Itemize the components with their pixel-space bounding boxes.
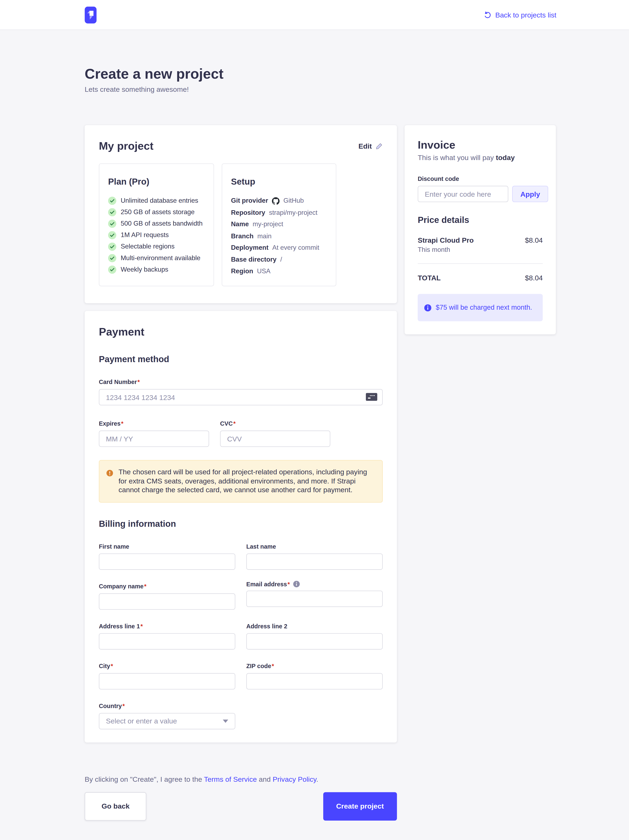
edit-label: Edit <box>358 142 372 150</box>
address1-field: Address line 1 <box>99 621 235 649</box>
my-project-card: My project Edit Plan (Pro) Unlimi <box>85 125 397 303</box>
city-input[interactable] <box>99 673 235 689</box>
back-to-projects-link[interactable]: Back to projects list <box>484 11 556 19</box>
warning-icon <box>107 469 113 478</box>
invoice-title: Invoice <box>418 138 543 151</box>
zip-code-label: ZIP code <box>246 662 274 669</box>
strapi-cloud-logo[interactable] <box>85 6 97 23</box>
setup-box: Setup Git provider GitHub <box>222 163 336 286</box>
payment-title: Payment <box>99 325 383 338</box>
setup-title: Setup <box>231 177 327 187</box>
invoice-card: Invoice This is what you will pay today … <box>405 125 556 334</box>
discount-code-label: Discount code <box>418 175 543 183</box>
plan-box: Plan (Pro) Unlimited database entries 25… <box>99 163 214 286</box>
expires-field: Expires <box>99 418 209 447</box>
first-name-input[interactable] <box>99 553 235 570</box>
city-field: City <box>99 660 235 689</box>
price-item-name: Strapi Cloud Pro <box>418 236 474 245</box>
github-icon <box>272 197 279 205</box>
back-link-label: Back to projects list <box>495 11 556 19</box>
country-field: Country Select or enter a value <box>99 700 235 729</box>
country-select[interactable]: Select or enter a value <box>99 713 235 729</box>
cvc-field: CVC <box>220 418 330 447</box>
setup-row-git-provider: Git provider GitHub <box>231 195 327 207</box>
privacy-policy-link[interactable]: Privacy Policy <box>273 775 316 783</box>
page: Back to projects list Create a new proje… <box>0 0 629 840</box>
price-details-title: Price details <box>418 215 543 225</box>
email-input[interactable] <box>246 590 383 607</box>
main-content: Create a new project Lets create somethi… <box>0 66 556 820</box>
invoice-subtitle: This is what you will pay today <box>418 153 543 162</box>
company-name-label: Company name <box>99 583 147 590</box>
last-name-label: Last name <box>246 543 276 550</box>
card-number-field: Card Number <box>99 376 383 406</box>
page-subtitle: Lets create something awesome! <box>85 85 556 94</box>
price-divider <box>418 263 543 264</box>
card-number-input[interactable] <box>99 389 383 406</box>
address2-input[interactable] <box>246 633 383 649</box>
chevron-down-icon <box>223 719 228 723</box>
go-back-button[interactable]: Go back <box>85 792 147 820</box>
check-icon <box>108 265 116 274</box>
price-item-period: This month <box>418 246 474 254</box>
city-label: City <box>99 662 113 669</box>
next-month-note: $75 will be charged next month. <box>418 294 543 321</box>
address1-input[interactable] <box>99 633 235 649</box>
check-icon <box>108 219 116 228</box>
check-icon <box>108 254 116 262</box>
info-icon <box>424 304 431 311</box>
plan-feature: 500 GB of assets bandwidth <box>108 218 205 229</box>
first-name-label: First name <box>99 543 129 550</box>
strapi-logo-icon <box>85 6 97 23</box>
discount-code-input[interactable] <box>418 186 508 202</box>
address2-label: Address line 2 <box>246 622 287 630</box>
address2-field: Address line 2 <box>246 621 383 649</box>
total-amount: $8.04 <box>525 274 543 282</box>
expires-label: Expires <box>99 420 123 427</box>
my-project-title: My project <box>99 139 153 152</box>
zip-code-input[interactable] <box>246 673 383 689</box>
price-item-amount: $8.04 <box>525 236 543 254</box>
email-field: Email address <box>246 581 383 609</box>
setup-row-repository: Repository strapi/my-project <box>231 207 327 218</box>
zip-code-field: ZIP code <box>246 660 383 689</box>
check-icon <box>108 208 116 216</box>
setup-row-branch: Branch main <box>231 230 327 242</box>
last-name-input[interactable] <box>246 553 383 570</box>
company-name-input[interactable] <box>99 593 235 609</box>
cvc-input[interactable] <box>220 431 330 447</box>
page-title: Create a new project <box>85 66 556 82</box>
plan-feature: 250 GB of assets storage <box>108 207 205 218</box>
billing-title: Billing information <box>99 519 383 529</box>
plan-feature: Weekly backups <box>108 264 205 275</box>
check-icon <box>108 231 116 239</box>
payment-card: Payment Payment method Card Number <box>85 311 397 742</box>
country-label: Country <box>99 702 125 709</box>
setup-row-deployment: Deployment At every commit <box>231 242 327 254</box>
plan-feature: Unlimited database entries <box>108 195 205 207</box>
check-icon <box>108 197 116 205</box>
terms-of-service-link[interactable]: Terms of Service <box>204 775 257 783</box>
payment-method-title: Payment method <box>99 355 383 365</box>
app-header: Back to projects list <box>0 0 629 30</box>
apply-button[interactable]: Apply <box>512 186 548 202</box>
pencil-icon <box>376 142 383 150</box>
country-select-placeholder: Select or enter a value <box>106 717 177 725</box>
company-name-field: Company name <box>99 581 235 609</box>
setup-rows: Git provider GitHub Repository strapi/my… <box>231 195 327 277</box>
check-icon <box>108 243 116 251</box>
email-info-icon[interactable] <box>293 581 300 587</box>
expires-input[interactable] <box>99 431 209 447</box>
email-label: Email address <box>246 581 290 587</box>
plan-feature: Selectable regions <box>108 241 205 253</box>
card-usage-warning: The chosen card will be used for all pro… <box>99 460 383 502</box>
edit-button[interactable]: Edit <box>358 142 383 150</box>
plan-title: Plan (Pro) <box>108 177 205 187</box>
address1-label: Address line 1 <box>99 622 143 630</box>
total-label: TOTAL <box>418 274 441 282</box>
card-number-label: Card Number <box>99 379 140 386</box>
credit-card-icon <box>366 393 377 403</box>
billing-grid: First name Last name Company name <box>99 540 383 729</box>
setup-row-base-directory: Base directory / <box>231 254 327 265</box>
create-project-button[interactable]: Create project <box>323 792 397 820</box>
